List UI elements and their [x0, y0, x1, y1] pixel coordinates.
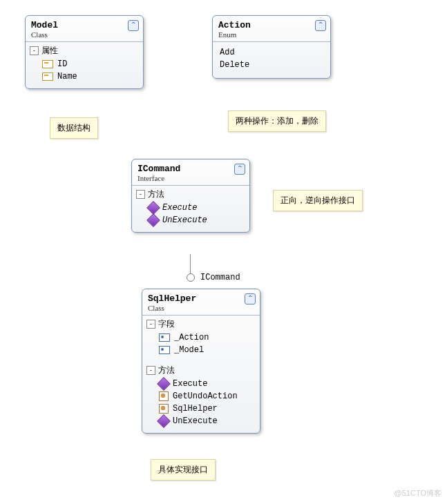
item-name: Name — [57, 72, 77, 81]
box-header: Model Class ⌃ — [26, 16, 143, 41]
item-name: Execute — [173, 379, 207, 389]
box-type: Interface — [137, 174, 244, 182]
collapse-icon[interactable]: ⌃ — [234, 164, 245, 175]
toggle-icon[interactable]: - — [146, 320, 155, 329]
enum-items: Add Delete — [213, 42, 330, 78]
toggle-icon[interactable]: - — [136, 190, 145, 199]
box-type: Class — [148, 304, 254, 312]
item-name: GetUndoAction — [173, 391, 238, 401]
field-icon — [159, 346, 170, 354]
section-methods: - 方法 Execute GetUndoAction SqlHelper UnE… — [142, 362, 260, 433]
field-item: _Action — [159, 331, 256, 344]
method-icon — [146, 201, 160, 215]
note-action: 两种操作：添加，删除 — [228, 110, 326, 132]
item-name: _Model — [174, 345, 204, 355]
item-name: Execute — [162, 203, 197, 213]
section-title: 方法 — [158, 365, 175, 376]
enum-value: Add — [220, 46, 323, 59]
box-title: Model — [31, 20, 137, 30]
item-name: UnExecute — [173, 416, 218, 426]
item-name: ID — [57, 59, 67, 69]
note-sqlhelper: 具体实现接口 — [151, 459, 216, 481]
box-header: Action Enum ⌃ — [213, 16, 330, 41]
note-model: 数据结构 — [50, 117, 98, 139]
note-icommand: 正向，逆向操作接口 — [273, 190, 363, 211]
method-item: Execute — [149, 202, 245, 214]
section-header[interactable]: - 方法 — [136, 188, 245, 200]
box-title: ICommand — [137, 164, 244, 174]
property-item: Name — [42, 70, 139, 83]
property-item: ID — [42, 58, 139, 70]
box-type: Enum — [218, 30, 325, 39]
method-icon — [159, 404, 169, 414]
item-list: Execute GetUndoAction SqlHelper UnExecut… — [146, 376, 256, 432]
section-fields: - 字段 _Action _Model — [142, 316, 260, 362]
toggle-icon[interactable]: - — [146, 366, 155, 375]
section-title: 字段 — [158, 318, 175, 330]
section-properties: - 属性 ID Name — [26, 42, 143, 88]
class-box-model: Model Class ⌃ - 属性 ID Name — [25, 15, 144, 89]
toggle-icon[interactable]: - — [30, 46, 39, 55]
box-type: Class — [31, 30, 137, 39]
interface-box-icommand: ICommand Interface ⌃ - 方法 Execute UnExec… — [131, 159, 250, 233]
item-name: UnExecute — [162, 215, 207, 225]
section-header[interactable]: - 字段 — [146, 318, 256, 330]
method-icon — [146, 213, 160, 227]
field-item: _Model — [159, 344, 256, 356]
enum-value: Delete — [220, 59, 323, 71]
connector-label: ICommand — [200, 273, 240, 282]
property-icon — [42, 72, 53, 81]
watermark: @51CTO博客 — [394, 488, 441, 498]
method-item: GetUndoAction — [159, 390, 256, 403]
method-item: UnExecute — [159, 415, 256, 427]
method-icon — [157, 414, 171, 428]
method-icon — [157, 377, 171, 391]
property-icon — [42, 60, 53, 68]
section-title: 属性 — [41, 45, 58, 57]
item-name: _Action — [174, 333, 209, 342]
section-header[interactable]: - 属性 — [30, 45, 139, 57]
box-header: ICommand Interface ⌃ — [132, 159, 249, 185]
enum-box-action: Action Enum ⌃ Add Delete — [212, 15, 331, 79]
collapse-icon[interactable]: ⌃ — [315, 20, 326, 31]
section-header[interactable]: - 方法 — [146, 365, 256, 376]
section-title: 方法 — [148, 188, 164, 200]
field-icon — [159, 333, 170, 342]
box-title: Action — [218, 20, 325, 30]
collapse-icon[interactable]: ⌃ — [245, 293, 256, 304]
item-list: Execute UnExecute — [136, 200, 245, 231]
class-box-sqlhelper: SqlHelper Class ⌃ - 字段 _Action _Model - … — [142, 289, 260, 434]
item-list: ID Name — [30, 57, 139, 87]
method-item: UnExecute — [149, 214, 245, 226]
method-item: Execute — [159, 378, 256, 390]
item-name: SqlHelper — [173, 404, 218, 414]
section-methods: - 方法 Execute UnExecute — [132, 186, 249, 232]
method-item: SqlHelper — [159, 403, 256, 415]
lollipop-icon — [187, 273, 195, 282]
method-icon — [159, 391, 169, 401]
collapse-icon[interactable]: ⌃ — [128, 20, 139, 31]
item-list: _Action _Model — [146, 330, 256, 360]
box-title: SqlHelper — [148, 293, 254, 304]
box-header: SqlHelper Class ⌃ — [142, 289, 260, 315]
